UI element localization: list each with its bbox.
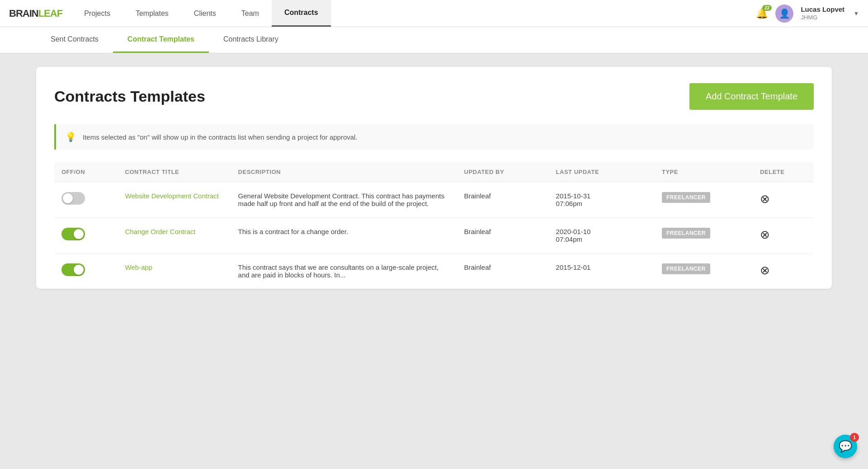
contract-title-link-1[interactable]: Change Order Contract [125,228,196,235]
col-header-toggle: OFF/ON [54,162,118,182]
nav-item-team[interactable]: Team [229,0,272,27]
nav-item-clients[interactable]: Clients [181,0,229,27]
last-update-cell-1: 2020-01-10 07:04pm [549,218,655,253]
col-header-title: CONTRACT TITLE [118,162,231,182]
updated-by-cell-1: Brainleaf [457,218,549,253]
user-info: Lucas Lopvet JHMG [801,5,844,21]
table-row: Change Order ContractThis is a contract … [54,218,814,253]
col-header-type: TYPE [655,162,753,182]
toggle-switch-1[interactable] [61,228,85,240]
toggle-cell-0 [54,182,118,218]
toggle-cell-2 [54,253,118,289]
updated-by-cell-0: Brainleaf [457,182,549,218]
nav-item-projects[interactable]: Projects [71,0,123,27]
main-nav: Projects Templates Clients Team Contract… [71,0,747,27]
chat-icon: 💬 [839,440,852,453]
notification-count: 22 [762,5,772,11]
last-update-cell-2: 2015-12-01 [549,253,655,289]
notification-bell[interactable]: 🔔 22 [756,8,768,19]
type-cell-1: FREELANCER [655,218,753,253]
updated-by-cell-2: Brainleaf [457,253,549,289]
main-content: Contracts Templates Add Contract Templat… [0,53,868,302]
delete-button-0[interactable]: ⊗ [760,192,770,206]
user-company: JHMG [801,14,844,22]
col-header-delete: DELETE [753,162,814,182]
type-cell-2: FREELANCER [655,253,753,289]
toggle-switch-0[interactable] [61,192,85,205]
logo[interactable]: BRAINLEAF [0,0,71,27]
type-badge-2: FREELANCER [662,263,710,274]
nav-link-templates[interactable]: Templates [123,0,181,27]
avatar: 👤 [775,5,793,23]
page-header: Contracts Templates Add Contract Templat… [54,83,814,110]
col-header-description: DESCRIPTION [231,162,457,182]
contract-title-link-2[interactable]: Web-app [125,263,153,271]
delete-button-2[interactable]: ⊗ [760,263,770,277]
title-cell-1: Change Order Contract [118,218,231,253]
col-header-last-update: LAST UPDATE [549,162,655,182]
logo-brain: BRAIN [9,8,38,19]
top-nav: BRAINLEAF Projects Templates Clients Tea… [0,0,868,27]
table-row: Website Development ContractGeneral Webs… [54,182,814,218]
toggle-switch-2[interactable] [61,263,85,276]
nav-link-clients[interactable]: Clients [181,0,229,27]
delete-cell-2: ⊗ [753,253,814,289]
main-card: Contracts Templates Add Contract Templat… [36,67,832,289]
chat-bubble-button[interactable]: 💬 1 [834,435,857,458]
contracts-table: OFF/ON CONTRACT TITLE DESCRIPTION UPDATE… [54,162,814,289]
add-contract-template-button[interactable]: Add Contract Template [689,83,814,110]
nav-item-contracts[interactable]: Contracts [272,0,331,27]
info-message: Items selected as "on" will show up in t… [83,133,358,141]
type-badge-1: FREELANCER [662,228,710,239]
type-badge-0: FREELANCER [662,192,710,203]
lightbulb-icon: 💡 [65,131,76,142]
nav-link-contracts[interactable]: Contracts [272,0,331,25]
contract-title-link-0[interactable]: Website Development Contract [125,192,219,200]
table-body: Website Development ContractGeneral Webs… [54,182,814,289]
last-update-cell-0: 2015-10-31 07:06pm [549,182,655,218]
table-header: OFF/ON CONTRACT TITLE DESCRIPTION UPDATE… [54,162,814,182]
nav-item-templates[interactable]: Templates [123,0,181,27]
delete-cell-0: ⊗ [753,182,814,218]
desc-cell-1: This is a contract for a change order. [231,218,457,253]
table-row: Web-appThis contract says that we are co… [54,253,814,289]
desc-cell-0: General Website Development Contract. Th… [231,182,457,218]
toggle-cell-1 [54,218,118,253]
title-cell-0: Website Development Contract [118,182,231,218]
chat-badge: 1 [850,433,859,442]
title-cell-2: Web-app [118,253,231,289]
type-cell-0: FREELANCER [655,182,753,218]
delete-button-1[interactable]: ⊗ [760,228,770,242]
user-name: Lucas Lopvet [801,5,844,14]
user-dropdown-arrow[interactable]: ▼ [854,10,859,17]
info-bar: 💡 Items selected as "on" will show up in… [54,124,814,150]
desc-cell-2: This contract says that we are consultan… [231,253,457,289]
nav-right: 🔔 22 👤 Lucas Lopvet JHMG ▼ [747,0,868,27]
sub-nav-contracts-library[interactable]: Contracts Library [209,27,293,53]
logo-leaf: LEAF [38,8,62,19]
sub-nav-contract-templates[interactable]: Contract Templates [113,27,209,53]
page-title: Contracts Templates [54,88,205,105]
delete-cell-1: ⊗ [753,218,814,253]
nav-link-projects[interactable]: Projects [71,0,123,27]
sub-nav-sent-contracts[interactable]: Sent Contracts [36,27,113,53]
nav-link-team[interactable]: Team [229,0,272,27]
col-header-updated-by: UPDATED BY [457,162,549,182]
sub-nav: Sent Contracts Contract Templates Contra… [0,27,868,53]
